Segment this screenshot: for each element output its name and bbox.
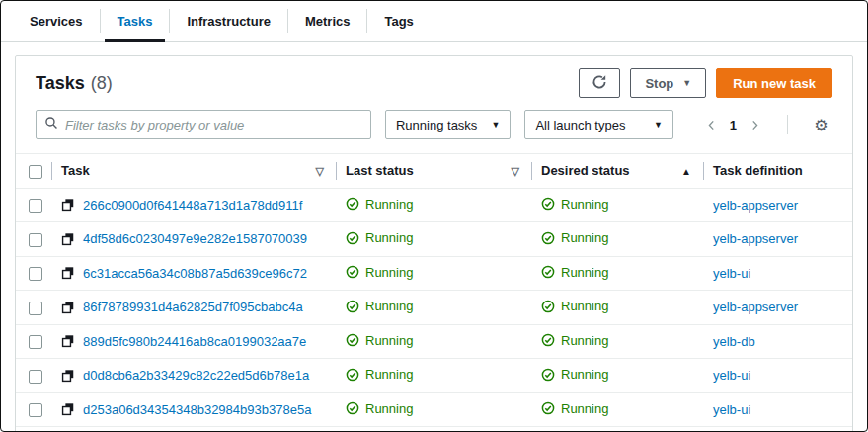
- pagination: 1: [701, 113, 765, 136]
- settings-gear-icon[interactable]: ⚙: [810, 113, 832, 136]
- task-id-link[interactable]: 266c0900d0f641448a713d1a78dd911f: [83, 198, 302, 213]
- pagination-divider: [787, 115, 788, 134]
- copy-task-id-icon[interactable]: [61, 402, 75, 416]
- task-id-cell: 266c0900d0f641448a713d1a78dd911f: [51, 188, 336, 222]
- status-badge: Running: [541, 367, 608, 382]
- select-all-checkbox[interactable]: [29, 165, 42, 179]
- copy-task-id-icon[interactable]: [61, 232, 75, 246]
- status-label: Running: [561, 265, 608, 280]
- tab-infrastructure[interactable]: Infrastructure: [170, 1, 287, 41]
- row-checkbox[interactable]: [29, 302, 42, 315]
- task-id-cell: 86f78789931d4a62825d7f095cbabc4a: [51, 291, 336, 325]
- tab-bar: ServicesTasksInfrastructureMetricsTags: [1, 1, 867, 42]
- task-definition-link[interactable]: yelb-ui: [713, 368, 750, 383]
- previous-page-button[interactable]: [701, 113, 723, 136]
- table-header-row: Task▽Last status▽Desired status▲Task def…: [16, 154, 852, 189]
- copy-icon: [61, 266, 75, 280]
- select-all-header[interactable]: [16, 154, 51, 189]
- page-title: Tasks: [36, 73, 85, 93]
- task-definition-link[interactable]: yelb-appserver: [713, 300, 798, 314]
- row-checkbox[interactable]: [29, 199, 42, 213]
- refresh-icon: [592, 74, 607, 93]
- copy-task-id-icon[interactable]: [61, 198, 75, 212]
- copy-task-id-icon[interactable]: [61, 369, 75, 383]
- status-label: Running: [561, 299, 608, 313]
- launch-type-filter-dropdown[interactable]: All launch types ▼: [524, 110, 672, 139]
- task-definition-link[interactable]: yelb-ui: [713, 266, 750, 281]
- status-badge: Running: [346, 197, 413, 212]
- copy-task-id-icon[interactable]: [61, 301, 75, 314]
- task-id-link[interactable]: 6c31acca56a34c08b87a5d639ce96c72: [83, 266, 307, 281]
- task-definition-cell: yelb-ui: [703, 256, 852, 291]
- chevron-down-icon: ▼: [654, 121, 663, 130]
- sort-icon[interactable]: ▽: [316, 164, 324, 177]
- status-badge: Running: [346, 265, 413, 280]
- task-id-link[interactable]: 86f78789931d4a62825d7f095cbabc4a: [83, 300, 303, 314]
- tab-tasks[interactable]: Tasks: [101, 1, 170, 41]
- tab-services[interactable]: Services: [13, 1, 100, 41]
- filter-tasks-input[interactable]: [65, 118, 362, 132]
- status-label: Running: [365, 367, 413, 382]
- copy-task-id-icon[interactable]: [61, 266, 75, 280]
- desired-status-cell: Running: [531, 359, 703, 393]
- table-row: d0d8cb6a2b33429c82c22ed5d6b78e1aRunningR…: [16, 359, 852, 393]
- filter-row: Running tasks ▼ All launch types ▼ 1 ⚙: [16, 108, 852, 153]
- copy-icon: [61, 198, 75, 212]
- row-checkbox[interactable]: [29, 335, 42, 349]
- task-definition-link[interactable]: yelb-db: [713, 334, 755, 349]
- column-header-desired-status[interactable]: Desired status▲: [531, 154, 703, 189]
- last-status-cell: Running: [336, 359, 531, 393]
- task-definition-cell: yelb-ui: [703, 359, 852, 393]
- column-label: Task: [61, 163, 90, 178]
- tasks-panel: Tasks(8) Stop ▼ Run new task: [15, 55, 853, 432]
- row-checkbox[interactable]: [29, 370, 42, 384]
- desired-status-cell: Running: [531, 291, 703, 325]
- status-label: Running: [365, 197, 413, 212]
- row-checkbox[interactable]: [29, 403, 42, 417]
- status-filter-dropdown[interactable]: Running tasks ▼: [385, 110, 511, 139]
- task-id-link[interactable]: 4df58d6c0230497e9e282e1587070039: [83, 231, 307, 246]
- next-page-button[interactable]: [744, 113, 765, 136]
- task-id-wrap: d253a06d34354348b32984b93b378e5a: [61, 402, 326, 417]
- sort-ascending-icon[interactable]: ▲: [681, 165, 691, 176]
- table-body: 266c0900d0f641448a713d1a78dd911fRunningR…: [16, 188, 852, 432]
- task-definition-cell: yelb-appserver: [703, 188, 852, 222]
- status-badge: Running: [346, 367, 413, 382]
- task-definition-link[interactable]: yelb-ui: [713, 402, 750, 417]
- stop-button[interactable]: Stop ▼: [630, 68, 706, 98]
- filter-search-box[interactable]: [36, 110, 371, 139]
- row-select-cell: [16, 324, 51, 359]
- row-checkbox[interactable]: [29, 267, 42, 281]
- desired-status-cell: Running: [531, 324, 703, 359]
- last-status-cell: Running: [336, 392, 531, 427]
- tab-tags[interactable]: Tags: [367, 1, 430, 41]
- task-id-link[interactable]: d253a06d34354348b32984b93b378e5a: [83, 402, 311, 417]
- task-id-wrap: 4df58d6c0230497e9e282e1587070039: [61, 231, 326, 246]
- sort-icon[interactable]: ▽: [512, 164, 519, 177]
- run-new-task-button[interactable]: Run new task: [716, 68, 832, 98]
- copy-task-id-icon[interactable]: [61, 334, 75, 348]
- task-definition-cell: yelb-appserver: [703, 291, 852, 325]
- column-header-last-status[interactable]: Last status▽: [336, 154, 531, 189]
- status-badge: Running: [346, 230, 413, 245]
- task-id-link[interactable]: 889d5fc980b24416ab8ca0199032aa7e: [83, 334, 306, 349]
- running-check-icon: [541, 368, 555, 382]
- row-checkbox[interactable]: [29, 233, 42, 247]
- current-page-number[interactable]: 1: [723, 118, 744, 132]
- chevron-down-icon: ▼: [491, 121, 500, 130]
- table-row: 266c0900d0f641448a713d1a78dd911fRunningR…: [16, 188, 852, 222]
- task-id-link[interactable]: d0d8cb6a2b33429c82c22ed5d6b78e1a: [83, 368, 309, 383]
- task-definition-link[interactable]: yelb-appserver: [713, 231, 798, 246]
- tab-metrics[interactable]: Metrics: [288, 1, 367, 41]
- task-definition-link[interactable]: yelb-appserver: [713, 198, 798, 213]
- column-header-task[interactable]: Task▽: [51, 154, 336, 189]
- stop-button-label: Stop: [645, 76, 673, 91]
- status-filter-value: Running tasks: [396, 118, 477, 132]
- column-header-task-definition: Task definition: [703, 154, 852, 189]
- table-row: 4df58d6c0230497e9e282e1587070039RunningR…: [16, 222, 852, 257]
- task-id-wrap: d0d8cb6a2b33429c82c22ed5d6b78e1a: [61, 368, 326, 383]
- status-label: Running: [561, 367, 608, 382]
- refresh-button[interactable]: [579, 68, 620, 98]
- task-definition-cell: yelb-db: [703, 324, 852, 359]
- running-check-icon: [541, 231, 555, 245]
